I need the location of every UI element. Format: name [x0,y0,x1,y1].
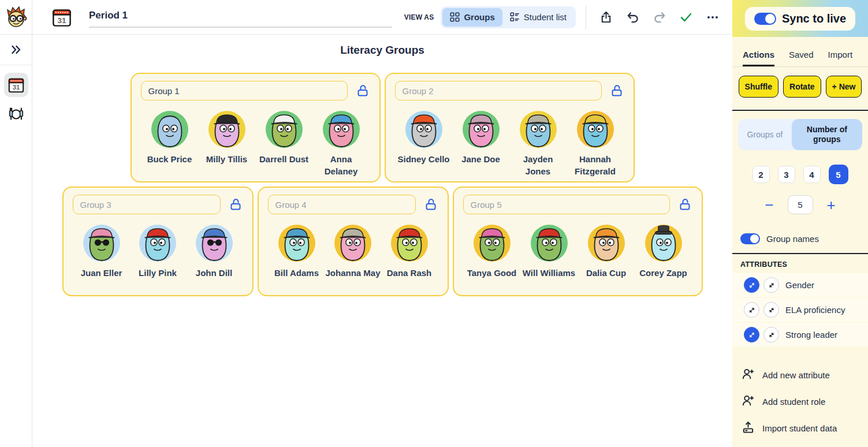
group-together-button[interactable] [763,277,779,293]
student-name: Juan Eller [81,267,122,279]
student-card[interactable]: Jayden Jones [511,111,566,177]
student-card[interactable]: Buck Price [142,111,198,177]
share-button[interactable] [599,10,613,24]
student-card[interactable]: Sidney Cello [396,111,452,177]
top-header: 31 Period 1 VIEW AS Groups [32,0,732,35]
canvas-title: Literacy Groups [32,44,732,57]
unlock-icon[interactable] [423,197,438,212]
student-card[interactable]: Lilly Pink [130,225,185,279]
student-card[interactable]: Bill Adams [269,225,325,279]
unlock-icon[interactable] [355,83,370,98]
undo-button[interactable] [625,10,640,24]
sync-to-live-toggle[interactable]: Sync to live [745,7,855,31]
student-name: Jane Doe [461,153,500,165]
students-row: Bill Adams Johanna May Dan [268,225,438,279]
student-avatar [83,225,120,262]
sync-toggle-switch[interactable] [754,13,776,25]
group-name-input[interactable] [463,195,670,214]
student-card[interactable]: Darrell Dust [256,111,312,177]
document-title-field[interactable]: Period 1 [89,6,392,28]
group-together-button[interactable] [763,327,779,342]
student-card[interactable]: Anna Delaney [314,111,369,177]
app-logo[interactable] [0,0,32,35]
shuffle-button[interactable]: Shuffle [739,76,778,98]
tab-saved[interactable]: Saved [789,50,814,66]
mode-number-of-groups[interactable]: Number of groups [792,119,862,150]
student-card[interactable]: Hannah Fitzgerald [568,111,623,177]
spread-attribute-button[interactable] [744,302,759,318]
student-name: Hannah Fitzgerald [568,153,623,177]
count-chip-2[interactable]: 2 [752,166,770,183]
new-group-button[interactable]: + New [826,76,862,98]
decrement-button[interactable]: − [765,198,773,213]
count-value-input[interactable] [788,195,813,214]
sync-label: Sync to live [782,12,846,25]
student-card[interactable]: Tanya Good [464,225,520,279]
more-options-button[interactable] [705,10,720,24]
svg-text:31: 31 [12,84,20,91]
group-names-toggle[interactable] [740,233,760,244]
group-name-input[interactable] [141,81,348,100]
student-name: Tanya Good [467,267,517,279]
student-card[interactable]: John Dill [187,225,242,279]
tab-actions[interactable]: Actions [743,50,774,66]
student-card[interactable]: Jane Doe [453,111,509,177]
student-card[interactable]: Juan Eller [74,225,129,279]
count-chip-5[interactable]: 5 [829,165,848,184]
view-as-label: VIEW AS [404,13,434,21]
unlock-icon[interactable] [609,83,624,98]
group-together-button[interactable] [763,302,779,318]
group-name-input[interactable] [268,195,416,214]
add-student-role-button[interactable]: Add student role [732,388,868,415]
student-card[interactable]: Dalia Cup [579,225,634,279]
settings-sidebar: Sync to live Actions Saved Import Shuffl… [732,0,868,447]
student-card[interactable]: Johanna May [325,225,381,279]
toolbar [599,10,732,24]
tab-import[interactable]: Import [828,50,853,66]
student-name: Corey Zapp [639,267,687,279]
unlock-icon[interactable] [228,197,243,212]
students-row: Tanya Good Will Williams D [463,225,692,279]
link-label: Add student role [762,397,825,407]
group-name-input[interactable] [73,195,221,214]
spread-attribute-button[interactable] [744,277,759,293]
group-name-input[interactable] [395,81,602,100]
attributes-header: ATTRIBUTES [732,254,868,273]
confirm-button[interactable] [679,10,693,24]
mode-groups-of[interactable]: Groups of [738,119,792,150]
student-name: Jayden Jones [511,153,566,177]
student-card[interactable]: Will Williams [521,225,577,279]
rail-item-lunch-tool[interactable] [4,102,28,126]
redo-button[interactable] [652,10,666,24]
add-new-attribute-button[interactable]: Add new attribute [732,362,868,388]
action-buttons: Shuffle Rotate + New [732,67,868,98]
sidebar-links: Add new attribute Add student role Impor… [732,362,868,441]
group-card: Juan Eller Lilly Pink John Dill [62,187,254,296]
tab-student-list-view[interactable]: Student list [502,8,574,27]
group-count-stepper: − + [732,195,868,214]
expand-sidebar-button[interactable] [0,35,32,65]
spread-attribute-button[interactable] [744,327,759,342]
student-name: Milly Tillis [206,153,247,165]
rotate-button[interactable]: Rotate [783,76,821,98]
student-card[interactable]: Corey Zapp [636,225,691,279]
student-card[interactable]: Milly Tillis [199,111,255,177]
student-avatar [463,111,500,148]
import-student-data-button[interactable]: Import student data [732,415,868,441]
group-card: Sidney Cello Jane Doe Jayd [385,73,635,182]
student-card[interactable]: Dana Rash [382,225,437,279]
view-mode-switch: Groups Student list [441,6,576,28]
count-chip-3[interactable]: 3 [778,166,795,183]
unlock-icon[interactable] [677,197,692,212]
calendar-icon: 31 [8,76,25,94]
tab-groups-view[interactable]: Groups [442,8,502,27]
increment-button[interactable]: + [827,198,836,213]
app-window: 31 31 Period [0,0,868,447]
student-avatar [474,225,511,262]
student-name: Lilly Pink [139,267,177,279]
user-plus-icon [742,367,755,382]
group-names-row: Group names [732,233,868,244]
rail-item-groups-tool[interactable]: 31 [4,73,28,97]
count-chip-4[interactable]: 4 [803,166,821,183]
attributes-list: Gender ELA proficiency Strong leader [732,273,868,347]
